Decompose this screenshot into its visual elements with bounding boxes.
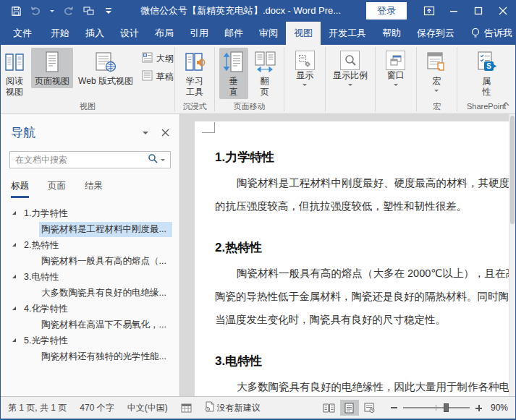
learning-tools-button[interactable]: 学习工具: [179, 48, 210, 99]
properties-button[interactable]: S 属性: [470, 48, 502, 99]
ribbon-display-options-button[interactable]: [417, 0, 441, 22]
nav-tab-results[interactable]: 结果: [85, 180, 103, 198]
nav-subheading-item[interactable]: 陶瓷材料是工程材料中刚度最...: [1, 221, 179, 237]
close-button[interactable]: [491, 0, 515, 22]
properties-label: 属性: [481, 76, 491, 98]
macros-dropdown-icon: [434, 90, 439, 94]
nav-heading-item[interactable]: 5.光学特性: [1, 333, 179, 348]
tab-review[interactable]: 审阅: [251, 22, 286, 45]
status-bar-right: 90%: [320, 400, 508, 416]
read-mode-icon: [3, 51, 26, 76]
zoom-slider[interactable]: [403, 407, 470, 408]
undo-dropdown-icon[interactable]: [50, 10, 54, 14]
nav-heading-item[interactable]: 2.热特性: [1, 237, 179, 253]
nav-heading-item[interactable]: 3.电特性: [1, 269, 179, 285]
collapse-triangle-icon[interactable]: [12, 338, 16, 342]
lightbulb-icon: [470, 27, 481, 39]
collapse-triangle-icon[interactable]: [12, 243, 16, 247]
touch-mouse-mode-icon[interactable]: [82, 4, 95, 17]
vertical-scrollbar[interactable]: [509, 114, 515, 396]
zoom-button[interactable]: 显示比例: [329, 48, 371, 90]
tab-view[interactable]: 视图: [286, 22, 321, 45]
web-layout-view-button[interactable]: [360, 400, 379, 416]
window-button[interactable]: 窗口: [382, 48, 409, 90]
doc-paragraph-line: 陶瓷材料一般具有高的熔点（大多在 2000℃以上），且在高温下具有极: [215, 262, 515, 285]
zoom-in-button[interactable]: [475, 405, 482, 411]
nav-tab-headings[interactable]: 标题: [11, 180, 29, 198]
collapse-triangle-icon[interactable]: [12, 307, 16, 310]
learning-tools-icon: [183, 51, 206, 76]
zoom-slider-thumb[interactable]: [444, 403, 449, 412]
word-count-status[interactable]: 470 个字: [80, 402, 114, 414]
minimize-button[interactable]: [441, 0, 466, 22]
navigation-title: 导航: [11, 124, 143, 141]
collapse-triangle-icon[interactable]: [12, 211, 16, 215]
tab-layout[interactable]: 布局: [147, 22, 182, 45]
tab-references[interactable]: 引用: [182, 22, 216, 45]
show-button[interactable]: 显示: [292, 48, 318, 90]
tab-file[interactable]: 文件: [5, 22, 40, 45]
ribbon-group-immersive: 学习工具 沉浸式: [175, 45, 214, 113]
navigation-options-dropdown-icon[interactable]: [143, 132, 148, 137]
login-button[interactable]: 登录: [366, 2, 407, 20]
tab-mailings[interactable]: 邮件: [216, 22, 251, 45]
tab-design[interactable]: 设计: [112, 22, 147, 45]
save-button[interactable]: [9, 4, 22, 17]
status-bar: 第 1 页, 共 1 页 470 个字 中文(中国) 没有新建议: [1, 396, 515, 419]
collapse-triangle-icon[interactable]: [12, 275, 16, 278]
macros-button[interactable]: 宏: [421, 48, 452, 95]
language-status[interactable]: 中文(中国): [127, 402, 168, 414]
web-layout-button[interactable]: Web 版式视图: [75, 48, 137, 88]
search-button[interactable]: [143, 153, 170, 166]
page-number-status[interactable]: 第 1 页, 共 1 页: [8, 402, 67, 414]
side-to-side-button[interactable]: 翻页: [250, 48, 280, 99]
document-page[interactable]: 1.力学特性 陶瓷材料是工程材料中刚度最好、硬度最高的材料，其硬度大多在 15 …: [195, 121, 515, 396]
tab-developer[interactable]: 开发工具: [321, 22, 374, 45]
nav-heading-item[interactable]: 4.化学特性: [1, 301, 179, 317]
doc-heading: 2.热特性: [215, 239, 515, 256]
zoom-out-button[interactable]: [391, 407, 397, 408]
nav-subheading-item[interactable]: 陶瓷材料还有独特的光学性能...: [1, 348, 179, 364]
search-input[interactable]: [10, 155, 143, 165]
group-label-page-movement: 页面移动: [215, 100, 284, 113]
nav-subheading-item[interactable]: 陶瓷材料一般具有高的熔点（...: [1, 253, 179, 269]
scrollbar-thumb[interactable]: [510, 116, 515, 224]
nav-subheading-item[interactable]: 大多数陶瓷具有良好的电绝缘...: [1, 285, 179, 301]
read-mode-button[interactable]: 阅读视图: [0, 48, 30, 99]
margin-crop-mark: [202, 122, 215, 133]
print-layout-view-button[interactable]: [340, 400, 359, 416]
print-layout-button[interactable]: 页面视图: [31, 48, 73, 88]
tab-save-to-cloud[interactable]: 保存到云: [409, 22, 462, 45]
nav-tab-pages[interactable]: 页面: [48, 180, 66, 198]
draft-button[interactable]: 草稿: [142, 70, 174, 83]
customize-qat-button[interactable]: [102, 4, 115, 17]
search-icon: [148, 153, 158, 166]
side-to-side-page-icon: [253, 51, 276, 76]
window-icon: [386, 51, 405, 70]
vertical-button[interactable]: 垂直: [219, 48, 248, 99]
document-area[interactable]: 1.力学特性 陶瓷材料是工程材料中刚度最好、硬度最高的材料，其硬度大多在 15 …: [180, 114, 515, 396]
zoom-controls: [391, 405, 482, 411]
outline-button[interactable]: 大纲: [142, 52, 174, 65]
window-label: 窗口: [387, 70, 405, 81]
read-mode-view-button[interactable]: [320, 400, 339, 416]
vertical-label: 垂直: [229, 76, 239, 98]
nav-heading-item[interactable]: 1.力学特性: [1, 205, 179, 221]
macro-record-icon[interactable]: [181, 403, 192, 413]
redo-button[interactable]: [62, 4, 75, 17]
nav-subheading-item[interactable]: 陶瓷材料在高温下不易氧化，...: [1, 317, 179, 333]
tab-help[interactable]: 帮助: [374, 22, 409, 45]
doc-paragraph-line: 的抗压强度较高，但抗拉强度较低，塑性和韧性很差。: [215, 194, 515, 218]
tab-tell-me[interactable]: 告诉我: [462, 22, 516, 45]
show-label: 显示: [296, 70, 313, 81]
collapse-ribbon-button[interactable]: [502, 97, 510, 110]
tab-insert[interactable]: 插入: [77, 22, 112, 45]
zoom-level[interactable]: 90%: [491, 403, 508, 413]
undo-button[interactable]: [30, 4, 43, 17]
tab-home[interactable]: 开始: [43, 22, 77, 45]
zoom-label: 显示比例: [333, 70, 368, 81]
read-mode-label: 阅读视图: [5, 76, 24, 98]
maximize-button[interactable]: [466, 0, 491, 22]
editor-suggestions-status[interactable]: 没有新建议: [205, 401, 261, 414]
navigation-close-icon[interactable]: [161, 129, 169, 137]
